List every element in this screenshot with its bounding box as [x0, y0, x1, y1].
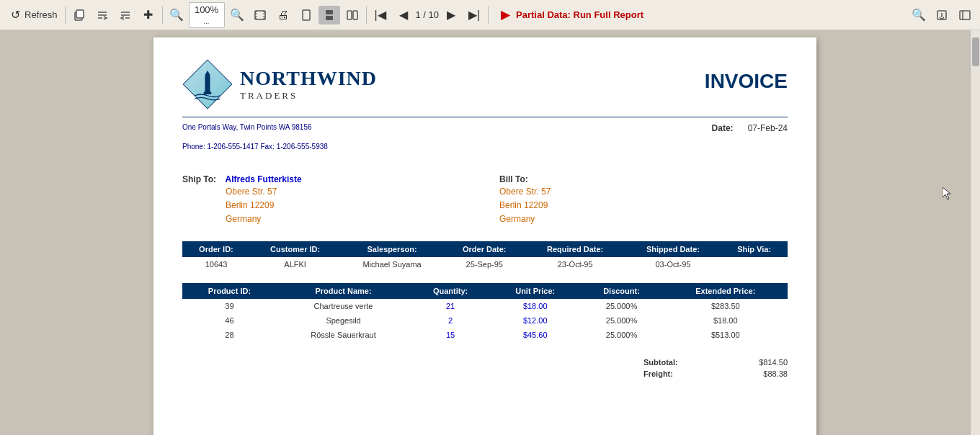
- zoom-display: 100% ...: [189, 2, 225, 28]
- fit-page-icon: [254, 9, 267, 22]
- col-order-date: Order Date:: [444, 241, 525, 257]
- col-product-name: Product Name:: [277, 283, 410, 299]
- col-salesperson: Salesperson:: [340, 241, 444, 257]
- expand-right-button[interactable]: [115, 6, 136, 24]
- extended-price-2: $18.00: [664, 313, 788, 328]
- col-shipped-date: Shipped Date:: [625, 241, 721, 257]
- print-button[interactable]: 🖨: [272, 6, 294, 24]
- svg-rect-1: [76, 10, 84, 18]
- single-page-icon: [300, 9, 313, 22]
- copy-button[interactable]: [68, 6, 90, 24]
- product-table-header-row: Product ID: Product Name: Quantity: Unit…: [182, 283, 788, 299]
- search-button[interactable]: 🔍: [908, 6, 930, 24]
- ship-to-row: Ship To: Alfreds Futterkiste: [182, 172, 471, 185]
- bill-to-label-row: Bill To:: [499, 172, 788, 185]
- svg-rect-22: [204, 92, 212, 95]
- zoom-out-button[interactable]: 🔍: [166, 6, 187, 24]
- date-block: Date: 07-Feb-24: [712, 123, 788, 133]
- separator3: [366, 6, 367, 24]
- document-area: NORTHWIND TRADERS INVOICE One Portals Wa…: [0, 30, 970, 435]
- unit-price-3: $45.60: [491, 328, 580, 342]
- last-page-icon: ▶|: [468, 9, 481, 22]
- run-full-report-button[interactable]: ▶ Partial Data: Run Full Report: [494, 6, 648, 24]
- address-section: Ship To: Alfreds Futterkiste Obere Str. …: [182, 172, 788, 227]
- two-pages-icon: [346, 9, 359, 22]
- export-button[interactable]: [931, 6, 953, 24]
- order-table: Order ID: Customer ID: Salesperson: Orde…: [182, 241, 788, 272]
- col-product-id: Product ID:: [182, 283, 277, 299]
- shipped-date: 03-Oct-95: [625, 257, 721, 272]
- salesperson: Michael Suyama: [340, 257, 444, 272]
- discount-2: 25.000%: [579, 313, 663, 328]
- col-quantity: Quantity:: [410, 283, 491, 299]
- separator2: [162, 6, 163, 24]
- svg-rect-11: [326, 16, 333, 20]
- col-customer-id: Customer ID:: [250, 241, 340, 257]
- col-discount: Discount:: [579, 283, 663, 299]
- unit-price-1: $18.00: [491, 299, 580, 313]
- refresh-icon: ↺: [9, 9, 22, 22]
- panel-button[interactable]: [954, 6, 976, 24]
- refresh-button[interactable]: ↺ Refresh: [4, 6, 62, 24]
- next-page-icon: ▶: [445, 9, 458, 22]
- quantity-2: 2: [410, 313, 491, 328]
- invoice-header: NORTHWIND TRADERS INVOICE: [182, 59, 788, 109]
- zoom-in-button[interactable]: 🔍: [226, 6, 248, 24]
- svg-rect-16: [960, 11, 970, 19]
- totals-section: Subtotal: $814.50 Freight: $88.38: [182, 356, 788, 380]
- next-page-button[interactable]: ▶: [440, 6, 462, 24]
- logo-area: NORTHWIND TRADERS: [182, 59, 377, 109]
- export-icon: [935, 9, 948, 22]
- product-id-3: 28: [182, 328, 277, 342]
- col-extended-price: Extended Price:: [664, 283, 788, 299]
- last-page-button[interactable]: ▶|: [463, 6, 485, 24]
- continuous-icon: [323, 9, 336, 22]
- two-pages-button[interactable]: [342, 6, 363, 24]
- toolbar: ↺ Refresh ✚ 🔍 100% ... 🔍: [0, 0, 980, 30]
- ship-to-col: Ship To: Alfreds Futterkiste Obere Str. …: [182, 172, 471, 227]
- product-id-1: 39: [182, 299, 277, 313]
- continuous-button[interactable]: [318, 6, 340, 24]
- product-row-2: 46 Spegesild 2 $12.00 25.000% $18.00: [182, 313, 788, 328]
- collapse-left-button[interactable]: [92, 6, 113, 24]
- order-table-header-row: Order ID: Customer ID: Salesperson: Orde…: [182, 241, 788, 257]
- order-date: 25-Sep-95: [444, 257, 525, 272]
- page-nav: 1 / 10: [416, 9, 440, 20]
- product-name-1: Chartreuse verte: [277, 299, 410, 313]
- scrollbar-thumb[interactable]: [972, 37, 979, 66]
- col-unit-price: Unit Price:: [491, 283, 580, 299]
- extended-price-1: $283.50: [664, 299, 788, 313]
- add-button[interactable]: ✚: [138, 6, 159, 24]
- copy-icon: [73, 9, 86, 22]
- unit-price-2: $12.00: [491, 313, 580, 328]
- product-id-2: 46: [182, 313, 277, 328]
- invoice-title: INVOICE: [705, 70, 788, 93]
- quantity-3: 15: [410, 328, 491, 342]
- prev-page-button[interactable]: ◀: [393, 6, 414, 24]
- required-date: 23-Oct-95: [525, 257, 625, 272]
- invoice-page: NORTHWIND TRADERS INVOICE One Portals Wa…: [153, 37, 816, 435]
- bill-to-col: Bill To: Obere Str. 57 Berlin 12209 Germ…: [499, 172, 788, 227]
- svg-rect-9: [303, 10, 310, 20]
- add-icon: ✚: [142, 9, 155, 22]
- order-table-row: 10643 ALFKI Michael Suyama 25-Sep-95 23-…: [182, 257, 788, 272]
- svg-rect-10: [326, 10, 333, 14]
- freight-row: Freight: $88.38: [643, 368, 788, 380]
- svg-rect-12: [347, 11, 352, 19]
- customer-id: ALFKI: [250, 257, 340, 272]
- quantity-1: 21: [410, 299, 491, 313]
- product-row-3: 28 Rössle Sauerkraut 15 $45.60 25.000% $…: [182, 328, 788, 342]
- single-page-button[interactable]: [295, 6, 317, 24]
- run-icon: ▶: [499, 9, 512, 22]
- separator: [65, 6, 66, 24]
- zoom-out-icon: 🔍: [170, 9, 183, 22]
- fit-page-button[interactable]: [249, 6, 271, 24]
- print-icon: 🖨: [277, 9, 290, 22]
- totals-table: Subtotal: $814.50 Freight: $88.38: [643, 356, 788, 380]
- expand-right-icon: [119, 9, 132, 22]
- scrollbar[interactable]: [970, 30, 980, 435]
- company-address-block: One Portals Way, Twin Points WA 98156 Ph…: [182, 123, 328, 162]
- prev-page-icon: ◀: [397, 9, 410, 22]
- first-page-button[interactable]: |◀: [370, 6, 391, 24]
- product-table: Product ID: Product Name: Quantity: Unit…: [182, 283, 788, 342]
